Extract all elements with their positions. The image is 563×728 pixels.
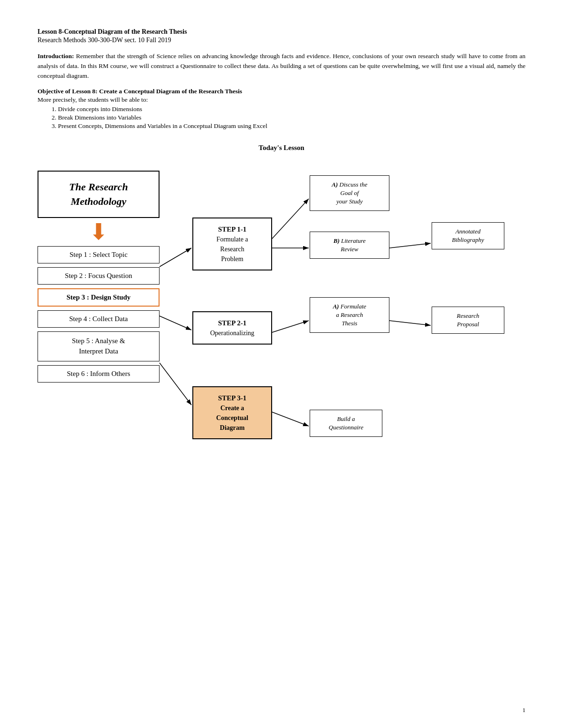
objective-item-1: Divide concepts into Dimensions: [52, 105, 525, 113]
step4-box: Step 4 : Collect Data: [38, 310, 160, 328]
svg-line-3: [160, 363, 191, 405]
svg-line-7: [272, 321, 309, 332]
rm-line2: Methodology: [71, 195, 127, 207]
left-column: The Research Methodology ⬇ Step 1 : Sele…: [38, 171, 160, 386]
research-methodology-box: The Research Methodology: [38, 171, 160, 218]
orange-down-arrow: ⬇: [38, 221, 160, 243]
intro-text: Remember that the strength of Science re…: [38, 53, 525, 79]
build-questionnaire-box: Build aQuestionnaire: [310, 410, 382, 437]
step3-1-box: STEP 3-1 Create aConceptualDiagram: [192, 386, 272, 440]
step1-box: Step 1 : Select Topic: [38, 246, 160, 263]
intro-label: Introduction:: [38, 53, 74, 60]
svg-line-2: [160, 316, 191, 330]
svg-line-9: [272, 412, 309, 426]
annotated-bibliography-box: AnnotatedBibliography: [432, 222, 504, 249]
ab-discuss-goal-box: A) Discuss theGoal ofyour Study: [310, 175, 389, 216]
rm-line1: The Research: [69, 181, 128, 193]
step5-box: Step 5 : Analyse &Interpret Data: [38, 331, 160, 361]
step3-box: Step 3 : Design Study: [38, 288, 160, 307]
svg-line-4: [272, 199, 309, 239]
objective-item-2: Break Dimensions into Variables: [52, 114, 525, 121]
objective-item-3: Present Concepts, Dimensions and Variabl…: [52, 122, 525, 130]
todays-lesson-heading: Today's Lesson: [38, 144, 525, 152]
intro-paragraph: Introduction: Remember that the strength…: [38, 52, 525, 81]
svg-line-8: [389, 321, 431, 325]
research-proposal-box: ResearchProposal: [432, 307, 504, 334]
step6-box: Step 6 : Inform Others: [38, 365, 160, 383]
page-number: 1: [523, 706, 526, 714]
step2-1-box: STEP 2-1 Operationalizing: [192, 311, 272, 345]
objective-title: Objective of Lesson 8: Create a Conceptu…: [38, 88, 525, 95]
lesson-title: Lesson 8-Conceptual Diagram of the Resea…: [38, 28, 525, 36]
diagram-container: The Research Methodology ⬇ Step 1 : Sele…: [38, 171, 525, 508]
ab-formulate-thesis-box: A) Formulatea ResearchThesis: [310, 297, 389, 338]
objective-subtitle: More precisely, the students will be abl…: [38, 96, 525, 104]
step1-1-box: STEP 1-1 Formulate aResearchProblem: [192, 218, 272, 271]
step2-box: Step 2 : Focus Question: [38, 267, 160, 285]
lesson-subtitle: Research Methods 300-300-DW sect. 10 Fal…: [38, 37, 525, 44]
ab-literature-review-box: B) LiteratureReview: [310, 232, 389, 263]
svg-line-6: [389, 243, 431, 248]
objective-list: Divide concepts into Dimensions Break Di…: [38, 105, 525, 130]
svg-line-1: [160, 248, 191, 267]
